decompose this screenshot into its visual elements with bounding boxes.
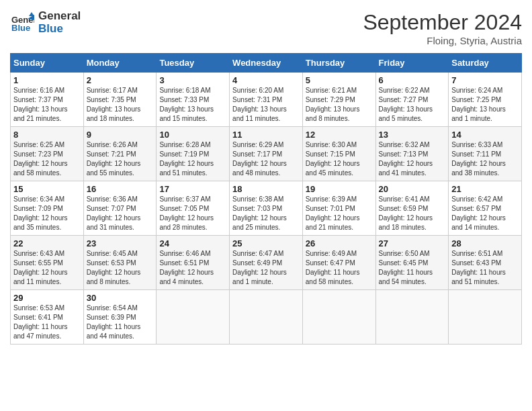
day-info: Sunrise: 6:30 AMSunset: 7:15 PMDaylight:… — [306, 140, 373, 178]
day-info: Sunrise: 6:47 AMSunset: 6:49 PMDaylight:… — [232, 249, 300, 287]
logo-general: General — [38, 10, 81, 23]
day-info: Sunrise: 6:16 AMSunset: 7:37 PMDaylight:… — [13, 86, 81, 124]
day-number: 22 — [13, 238, 81, 248]
title-area: September 2024 Floing, Styria, Austria — [363, 10, 522, 46]
day-number: 23 — [87, 238, 154, 248]
day-number: 29 — [13, 293, 81, 303]
day-info: Sunrise: 6:37 AMSunset: 7:05 PMDaylight:… — [159, 195, 226, 232]
day-info: Sunrise: 6:41 AMSunset: 6:59 PMDaylight:… — [379, 195, 446, 232]
day-number: 6 — [379, 75, 446, 85]
header-monday: Monday — [83, 54, 157, 73]
table-cell: 7Sunrise: 6:24 AMSunset: 7:25 PMDaylight… — [449, 73, 522, 127]
table-cell: 13Sunrise: 6:32 AMSunset: 7:13 PMDayligh… — [375, 127, 449, 181]
week-row-5: 29Sunrise: 6:53 AMSunset: 6:41 PMDayligh… — [11, 290, 522, 345]
day-info: Sunrise: 6:51 AMSunset: 6:43 PMDaylight:… — [451, 249, 519, 287]
day-number: 14 — [451, 130, 519, 140]
day-info: Sunrise: 6:34 AMSunset: 7:09 PMDaylight:… — [13, 195, 81, 232]
day-info: Sunrise: 6:33 AMSunset: 7:11 PMDaylight:… — [451, 140, 519, 178]
week-row-2: 8Sunrise: 6:25 AMSunset: 7:23 PMDaylight… — [11, 127, 522, 181]
table-cell — [302, 290, 375, 345]
day-info: Sunrise: 6:24 AMSunset: 7:25 PMDaylight:… — [451, 86, 519, 124]
day-number: 28 — [451, 238, 519, 248]
header-tuesday: Tuesday — [157, 54, 230, 73]
table-cell: 5Sunrise: 6:21 AMSunset: 7:29 PMDaylight… — [302, 73, 375, 127]
day-info: Sunrise: 6:38 AMSunset: 7:03 PMDaylight:… — [232, 195, 300, 232]
location-subtitle: Floing, Styria, Austria — [363, 35, 522, 46]
table-cell: 27Sunrise: 6:50 AMSunset: 6:45 PMDayligh… — [375, 236, 449, 290]
week-row-4: 22Sunrise: 6:43 AMSunset: 6:55 PMDayligh… — [11, 236, 522, 290]
table-cell — [230, 290, 303, 345]
day-number: 2 — [87, 75, 154, 85]
table-cell: 29Sunrise: 6:53 AMSunset: 6:41 PMDayligh… — [11, 290, 84, 345]
logo-icon: General Blue — [10, 11, 34, 35]
day-info: Sunrise: 6:20 AMSunset: 7:31 PMDaylight:… — [232, 86, 300, 124]
table-cell: 30Sunrise: 6:54 AMSunset: 6:39 PMDayligh… — [83, 290, 157, 345]
day-info: Sunrise: 6:39 AMSunset: 7:01 PMDaylight:… — [306, 195, 373, 232]
table-cell: 26Sunrise: 6:49 AMSunset: 6:47 PMDayligh… — [302, 236, 375, 290]
table-cell: 24Sunrise: 6:46 AMSunset: 6:51 PMDayligh… — [157, 236, 230, 290]
day-number: 21 — [451, 184, 519, 194]
logo: General Blue General Blue — [10, 10, 81, 35]
table-cell: 9Sunrise: 6:26 AMSunset: 7:21 PMDaylight… — [83, 127, 157, 181]
table-cell: 11Sunrise: 6:29 AMSunset: 7:17 PMDayligh… — [230, 127, 303, 181]
table-cell: 12Sunrise: 6:30 AMSunset: 7:15 PMDayligh… — [302, 127, 375, 181]
day-number: 5 — [306, 75, 373, 85]
day-number: 24 — [159, 238, 226, 248]
table-cell: 19Sunrise: 6:39 AMSunset: 7:01 PMDayligh… — [302, 181, 375, 236]
table-cell: 28Sunrise: 6:51 AMSunset: 6:43 PMDayligh… — [449, 236, 522, 290]
calendar-table: Sunday Monday Tuesday Wednesday Thursday… — [10, 53, 522, 345]
table-cell: 17Sunrise: 6:37 AMSunset: 7:05 PMDayligh… — [157, 181, 230, 236]
table-cell: 4Sunrise: 6:20 AMSunset: 7:31 PMDaylight… — [230, 73, 303, 127]
table-cell: 1Sunrise: 6:16 AMSunset: 7:37 PMDaylight… — [11, 73, 84, 127]
day-info: Sunrise: 6:45 AMSunset: 6:53 PMDaylight:… — [87, 249, 154, 287]
day-number: 27 — [379, 238, 446, 248]
table-cell: 23Sunrise: 6:45 AMSunset: 6:53 PMDayligh… — [83, 236, 157, 290]
day-info: Sunrise: 6:43 AMSunset: 6:55 PMDaylight:… — [13, 249, 81, 287]
table-cell — [157, 290, 230, 345]
day-number: 17 — [159, 184, 226, 194]
table-cell: 6Sunrise: 6:22 AMSunset: 7:27 PMDaylight… — [375, 73, 449, 127]
table-cell: 10Sunrise: 6:28 AMSunset: 7:19 PMDayligh… — [157, 127, 230, 181]
table-cell: 25Sunrise: 6:47 AMSunset: 6:49 PMDayligh… — [230, 236, 303, 290]
day-number: 3 — [159, 75, 226, 85]
day-number: 10 — [159, 130, 226, 140]
day-number: 20 — [379, 184, 446, 194]
table-cell: 21Sunrise: 6:42 AMSunset: 6:57 PMDayligh… — [449, 181, 522, 236]
day-number: 8 — [13, 130, 81, 140]
day-info: Sunrise: 6:25 AMSunset: 7:23 PMDaylight:… — [13, 140, 81, 178]
day-info: Sunrise: 6:49 AMSunset: 6:47 PMDaylight:… — [306, 249, 373, 287]
table-cell: 22Sunrise: 6:43 AMSunset: 6:55 PMDayligh… — [11, 236, 84, 290]
table-cell: 18Sunrise: 6:38 AMSunset: 7:03 PMDayligh… — [230, 181, 303, 236]
header-saturday: Saturday — [449, 54, 522, 73]
header-thursday: Thursday — [302, 54, 375, 73]
day-info: Sunrise: 6:53 AMSunset: 6:41 PMDaylight:… — [13, 304, 81, 341]
header-sunday: Sunday — [11, 54, 84, 73]
day-info: Sunrise: 6:36 AMSunset: 7:07 PMDaylight:… — [87, 195, 154, 232]
header-wednesday: Wednesday — [230, 54, 303, 73]
table-cell: 8Sunrise: 6:25 AMSunset: 7:23 PMDaylight… — [11, 127, 84, 181]
day-number: 16 — [87, 184, 154, 194]
day-number: 19 — [306, 184, 373, 194]
day-number: 4 — [232, 75, 300, 85]
day-info: Sunrise: 6:21 AMSunset: 7:29 PMDaylight:… — [306, 86, 373, 124]
month-title: September 2024 — [363, 10, 522, 35]
day-info: Sunrise: 6:17 AMSunset: 7:35 PMDaylight:… — [87, 86, 154, 124]
week-row-3: 15Sunrise: 6:34 AMSunset: 7:09 PMDayligh… — [11, 181, 522, 236]
day-info: Sunrise: 6:26 AMSunset: 7:21 PMDaylight:… — [87, 140, 154, 178]
day-number: 18 — [232, 184, 300, 194]
header-row: Sunday Monday Tuesday Wednesday Thursday… — [11, 54, 522, 73]
svg-text:Blue: Blue — [11, 23, 30, 33]
day-info: Sunrise: 6:46 AMSunset: 6:51 PMDaylight:… — [159, 249, 226, 287]
day-number: 30 — [87, 293, 154, 303]
day-info: Sunrise: 6:28 AMSunset: 7:19 PMDaylight:… — [159, 140, 226, 178]
table-cell — [449, 290, 522, 345]
day-info: Sunrise: 6:32 AMSunset: 7:13 PMDaylight:… — [379, 140, 446, 178]
day-number: 7 — [451, 75, 519, 85]
page-header: General Blue General Blue September 2024… — [10, 10, 522, 46]
table-cell: 20Sunrise: 6:41 AMSunset: 6:59 PMDayligh… — [375, 181, 449, 236]
day-number: 11 — [232, 130, 300, 140]
day-info: Sunrise: 6:18 AMSunset: 7:33 PMDaylight:… — [159, 86, 226, 124]
day-info: Sunrise: 6:54 AMSunset: 6:39 PMDaylight:… — [87, 304, 154, 341]
day-info: Sunrise: 6:29 AMSunset: 7:17 PMDaylight:… — [232, 140, 300, 178]
table-cell — [375, 290, 449, 345]
